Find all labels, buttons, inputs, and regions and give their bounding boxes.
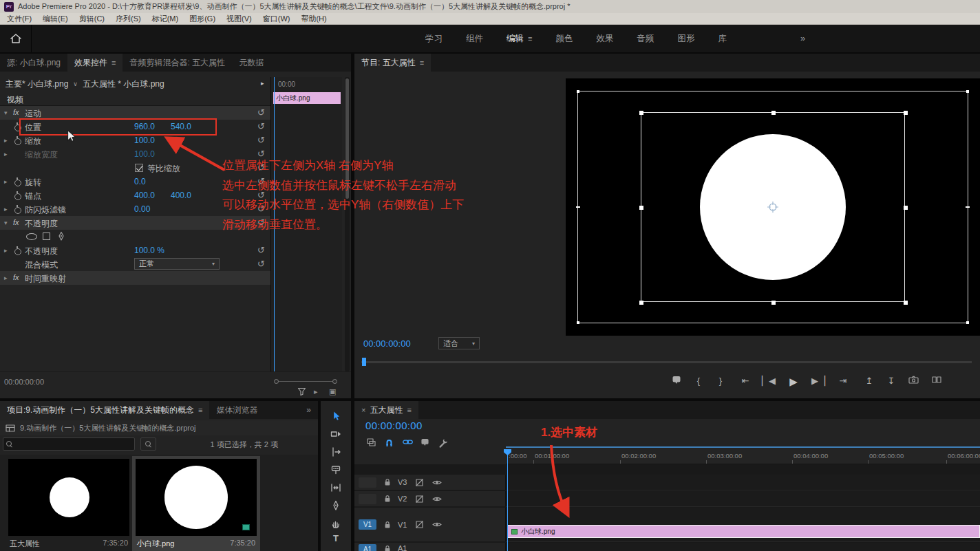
track-lane-a1[interactable] bbox=[506, 543, 980, 551]
track-name[interactable]: A1 bbox=[398, 544, 407, 551]
toggle-animation-stopwatch-icon[interactable] bbox=[14, 122, 21, 131]
play-clip-icon[interactable]: ▸ bbox=[314, 387, 318, 396]
home-button[interactable] bbox=[0, 25, 32, 52]
program-playhead[interactable] bbox=[362, 358, 366, 366]
timeline-settings-wrench-icon[interactable] bbox=[438, 438, 449, 449]
toggle-animation-stopwatch-icon[interactable] bbox=[14, 246, 21, 255]
track-name[interactable]: V1 bbox=[398, 521, 407, 529]
anchor-x-value[interactable]: 400.0 bbox=[134, 191, 155, 200]
mark-in-button[interactable]: { bbox=[690, 376, 707, 386]
reset-parameter-icon[interactable]: ↺ bbox=[257, 121, 265, 131]
toggle-animation-stopwatch-icon[interactable] bbox=[14, 177, 21, 186]
workspace-tab-assembly[interactable]: 组件 bbox=[466, 33, 483, 45]
menu-markers[interactable]: 标记(M) bbox=[152, 14, 179, 24]
sync-lock-icon[interactable] bbox=[416, 521, 423, 528]
fx-badge-icon[interactable]: fx bbox=[13, 108, 19, 116]
mini-timeline-zoombar[interactable] bbox=[274, 379, 337, 385]
panel-options-icon[interactable]: ▣ bbox=[329, 387, 336, 396]
pen-tool[interactable] bbox=[321, 500, 351, 511]
time-remap-effect-row[interactable]: ▸ fx 时间重映射 bbox=[0, 271, 270, 285]
tab-media-browser[interactable]: 媒体浏览器 bbox=[209, 401, 264, 419]
workspace-tab-color[interactable]: 颜色 bbox=[555, 33, 573, 45]
vertical-scrollbar[interactable] bbox=[345, 77, 350, 371]
sync-lock-icon[interactable] bbox=[416, 495, 423, 503]
panel-menu-icon[interactable]: ≡ bbox=[111, 58, 116, 67]
lock-icon[interactable] bbox=[384, 521, 391, 529]
zoombar-handle[interactable] bbox=[332, 379, 337, 384]
chevron-down-icon[interactable]: ∨ bbox=[73, 80, 78, 87]
workspace-tab-graphics[interactable]: 图形 bbox=[677, 33, 694, 45]
reset-parameter-icon[interactable]: ↺ bbox=[257, 259, 265, 269]
menu-file[interactable]: 文件(F) bbox=[7, 14, 32, 24]
step-back-button[interactable]: ▏◀ bbox=[760, 376, 778, 386]
effect-controls-mini-timeline[interactable]: 00:00 小白球.png bbox=[270, 77, 342, 371]
twirl-down-icon[interactable]: ▾ bbox=[4, 219, 8, 226]
track-output-eye-icon[interactable] bbox=[432, 496, 442, 502]
lock-icon[interactable] bbox=[384, 495, 391, 503]
scrollbar-thumb[interactable] bbox=[345, 78, 349, 199]
add-marker-icon[interactable] bbox=[420, 438, 429, 446]
track-select-forward-tool[interactable] bbox=[321, 429, 351, 440]
reset-parameter-icon[interactable]: ↺ bbox=[257, 135, 265, 145]
selection-handle[interactable] bbox=[639, 301, 643, 305]
timeline-zoom-scrollbar[interactable] bbox=[506, 446, 980, 448]
reset-parameter-icon[interactable]: ↺ bbox=[257, 204, 265, 214]
fx-badge-icon[interactable]: fx bbox=[13, 218, 19, 226]
add-marker-button[interactable] bbox=[668, 376, 685, 385]
type-tool[interactable]: T bbox=[321, 533, 351, 543]
project-item-label[interactable]: 五大属性 7:35:20 bbox=[10, 539, 128, 549]
panel-menu-icon[interactable]: ≡ bbox=[198, 406, 202, 414]
track-lane-v3[interactable] bbox=[506, 475, 980, 490]
panel-menu-icon[interactable]: ≡ bbox=[420, 58, 424, 67]
mini-timeline-clip[interactable]: 小白球.png bbox=[273, 92, 341, 104]
project-item-label[interactable]: 小白球.png 7:35:20 bbox=[137, 539, 255, 549]
tab-program-monitor[interactable]: 节目: 五大属性≡ bbox=[354, 54, 431, 72]
menu-graphics[interactable]: 图形(G) bbox=[189, 14, 215, 24]
project-root-row[interactable]: 9.动画制作（一）5大属性讲解及关键帧的概念.prproj bbox=[0, 420, 318, 435]
frame-handle[interactable] bbox=[966, 206, 970, 208]
frame-handle[interactable] bbox=[577, 321, 579, 324]
selection-handle[interactable] bbox=[771, 111, 776, 115]
source-patch-slot[interactable] bbox=[359, 477, 376, 488]
twirl-right-icon[interactable]: ▸ bbox=[4, 247, 8, 254]
ripple-edit-tool[interactable] bbox=[321, 446, 351, 457]
menu-view[interactable]: 视图(V) bbox=[226, 14, 252, 24]
track-output-eye-icon[interactable] bbox=[432, 521, 442, 528]
lock-icon[interactable] bbox=[384, 545, 391, 551]
filter-funnel-icon[interactable] bbox=[297, 387, 306, 396]
uniform-scale-checkbox[interactable] bbox=[135, 164, 143, 172]
reset-parameter-icon[interactable]: ↺ bbox=[257, 176, 265, 186]
panel-overflow-icon[interactable]: » bbox=[299, 401, 318, 419]
comparison-view-button[interactable] bbox=[928, 376, 946, 384]
zoom-level-dropdown[interactable]: 适合 ▾ bbox=[438, 337, 480, 349]
timeline-clip[interactable]: 小白球.png bbox=[507, 525, 980, 538]
sequence-clip-label[interactable]: 五大属性 * 小白球.png bbox=[83, 78, 164, 90]
step-forward-button[interactable]: ▶▕ bbox=[809, 376, 827, 386]
workspace-tab-learning[interactable]: 学习 bbox=[425, 33, 443, 45]
menu-window[interactable]: 窗口(W) bbox=[263, 14, 290, 24]
timeline-playhead-line[interactable] bbox=[507, 449, 508, 551]
pen-mask-icon[interactable] bbox=[56, 231, 66, 241]
track-lane-v2[interactable] bbox=[506, 491, 980, 507]
mini-timeline-ruler[interactable]: 00:00 bbox=[271, 77, 342, 91]
menu-sequence[interactable]: 序列(S) bbox=[116, 14, 141, 24]
hand-tool[interactable] bbox=[321, 518, 351, 529]
source-patch-badge[interactable]: A1 bbox=[359, 544, 376, 551]
anchor-point-icon[interactable] bbox=[767, 201, 779, 213]
rectangle-mask-icon[interactable] bbox=[43, 233, 50, 240]
frame-handle[interactable] bbox=[966, 90, 969, 93]
panel-menu-icon[interactable]: ≡ bbox=[407, 406, 411, 414]
menu-help[interactable]: 帮助(H) bbox=[301, 14, 326, 24]
blend-mode-dropdown[interactable]: 正常 ▾ bbox=[134, 258, 220, 270]
twirl-right-icon[interactable]: ▸ bbox=[4, 137, 8, 144]
reset-parameter-icon[interactable]: ↺ bbox=[257, 190, 265, 200]
tab-source-monitor[interactable]: 源: 小白球.png bbox=[0, 54, 67, 72]
menu-clip[interactable]: 剪辑(C) bbox=[79, 14, 105, 24]
source-patch-badge[interactable]: V1 bbox=[359, 519, 376, 530]
mark-out-button[interactable]: } bbox=[712, 376, 729, 386]
twirl-right-icon[interactable]: ▸ bbox=[4, 151, 8, 158]
play-button[interactable]: ▶ bbox=[785, 376, 802, 388]
project-item-thumbnail-sequence[interactable] bbox=[8, 459, 129, 536]
linked-selection-icon[interactable] bbox=[403, 438, 413, 446]
effect-controls-timecode[interactable]: 00:00:00:00 bbox=[4, 378, 44, 386]
